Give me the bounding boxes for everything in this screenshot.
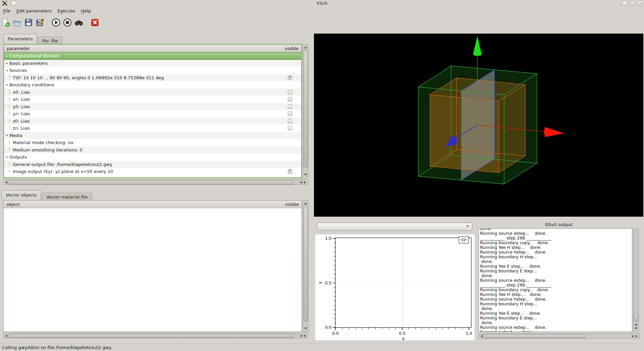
tree-row-label: x0: Liao (13, 90, 30, 95)
expander-closed-icon[interactable]: ▸ (5, 61, 9, 65)
tree-row-label: zn: Liao (13, 126, 30, 131)
new-file-button[interactable] (0, 17, 11, 28)
tree-horizontal-scrollbar[interactable] (3, 179, 308, 185)
tree-branch-line: ├ (8, 162, 13, 167)
3d-scene-view[interactable] (314, 34, 643, 217)
tree-row[interactable]: └Image output (Ey): yz plane at x=50 eve… (4, 168, 301, 175)
tab-parameters[interactable]: Parameters (3, 34, 37, 44)
console-line: Running boundary H step... (480, 255, 551, 259)
visible-checkbox[interactable] (288, 104, 292, 109)
console-line: Running Yee E step... done. (480, 264, 551, 269)
tree-row-label: Image output (Ey): yz plane at x=50 ever… (13, 169, 113, 174)
object-column-header[interactable]: object visible (4, 201, 302, 208)
find-button[interactable] (73, 17, 85, 28)
visible-checkbox[interactable] (288, 126, 292, 130)
tree-row[interactable]: ├General output file: /home/klapetek/out… (4, 161, 301, 168)
tree-row[interactable]: ▾Outputs (4, 153, 301, 161)
tree-row[interactable]: ├xn: Liao (4, 96, 301, 103)
graph: 0.00.51.00.00.51.0xy (315, 234, 475, 340)
visible-checkbox[interactable] (288, 112, 292, 116)
save-file-icon (24, 18, 33, 27)
column-object[interactable]: object (4, 202, 20, 207)
tree-row[interactable]: ├x0: Liao (4, 89, 301, 96)
tree-row[interactable]: ├yn: Liao (4, 110, 301, 118)
console-lines: done.Running source estep... done.______… (480, 228, 551, 332)
tree-row[interactable]: ▾Boundary conditions (4, 81, 301, 89)
3d-scene (314, 34, 643, 217)
menu-help[interactable]: Help (78, 7, 94, 15)
menu-edit-parameters[interactable]: Edit parameters (13, 7, 55, 15)
column-visible[interactable]: visible (285, 202, 299, 207)
tree-row-label: TSF: 10 10 10 ... 90 90 90, angles 0 1.0… (13, 75, 164, 80)
gsvit-output-console[interactable]: done.Running source estep... done.______… (479, 228, 632, 332)
tree-row[interactable]: ├y0: Liao (4, 103, 301, 111)
objects-vertical-scrollbar[interactable] (303, 200, 308, 332)
console-line: done. (480, 306, 551, 311)
expander-open-icon[interactable]: ▾ (5, 134, 9, 137)
console-line: Running boundary H step... (480, 302, 551, 306)
tree-row[interactable]: └Medium smoothing iterations: 0 (4, 146, 301, 154)
save-file-as-button[interactable] (34, 17, 46, 28)
stop-button[interactable] (62, 17, 73, 28)
console-vertical-scrollbar[interactable] (633, 228, 639, 332)
maximize-button[interactable]: ◇ (630, 0, 636, 6)
tree-row-label: Material mode checking: no (13, 140, 73, 145)
objects-horizontal-scrollbar[interactable] (3, 333, 308, 338)
minimize-button[interactable]: ⌄ (622, 0, 628, 6)
console-line: Running source hstep... done. (480, 297, 551, 302)
tree-row[interactable]: ▸Computational domain (4, 52, 301, 60)
column-visible[interactable]: visible (284, 46, 299, 51)
tree-branch-line: ├ (8, 112, 13, 116)
expander-open-icon[interactable]: ▾ (5, 69, 9, 72)
menu-bar: FileEdit parametersExecuteHelp (0, 6, 644, 15)
open-file-button[interactable] (11, 17, 23, 28)
x-tick-label: 0.0 (332, 331, 338, 336)
console-line: done. (480, 320, 551, 325)
tree-branch-line: ├ (8, 119, 13, 123)
expander-open-icon[interactable]: ▾ (5, 156, 9, 159)
tree-row[interactable]: └zn: Liao (4, 125, 301, 132)
visible-checkbox[interactable] (288, 119, 292, 123)
visible-checkbox[interactable] (288, 97, 292, 101)
tree-branch-line: └ (8, 75, 13, 80)
tree-vertical-scrollbar[interactable] (303, 44, 308, 178)
console-line: ____________ step 299 ____________ (480, 283, 551, 288)
close-button[interactable]: ✕ (638, 0, 643, 6)
tab-vector-objects[interactable]: Vector objects (1, 190, 41, 200)
status-text: Calling gwyddion on file /home/klapetek/… (2, 345, 112, 350)
tree-row[interactable]: ├z0: Liao (4, 118, 301, 125)
console-line: Running boundary E step... (480, 316, 551, 320)
x-tick-label: 1.0 (466, 331, 472, 336)
tree-row[interactable]: ▾Sources (4, 67, 301, 74)
x-tick-label: 0.5 (399, 331, 405, 336)
tree-row[interactable]: ▸Basic parameters (4, 60, 301, 67)
y-tick-label: 0.5 (325, 281, 331, 286)
visible-checkbox[interactable] (288, 169, 292, 174)
save-file-button[interactable] (23, 17, 34, 28)
new-file-icon (1, 18, 10, 27)
column-parameter[interactable]: parameter (4, 46, 30, 51)
console-line: Running Yee E step... done. (480, 311, 551, 316)
menu-file[interactable]: File (0, 7, 13, 15)
x-axis-label: x (402, 336, 405, 340)
legend-key-icon[interactable] (463, 239, 465, 241)
tree-row[interactable]: ▾Media (4, 132, 301, 139)
tree-column-header[interactable]: parameter visible (4, 45, 301, 52)
visible-checkbox[interactable] (288, 76, 292, 80)
console-horizontal-scrollbar[interactable] (479, 333, 640, 339)
graph-select-combobox[interactable] (317, 223, 472, 231)
expander-open-icon[interactable]: ▾ (5, 83, 9, 87)
quit-icon (91, 18, 99, 27)
tree-branch-line: ├ (8, 97, 13, 102)
tree-row-label: Outputs (9, 155, 27, 160)
run-button[interactable] (50, 17, 62, 28)
menu-execute[interactable]: Execute (55, 7, 78, 15)
tree-row[interactable]: └TSF: 10 10 10 ... 90 90 90, angles 0 1.… (4, 74, 301, 82)
expander-closed-icon[interactable]: ▸ (5, 54, 9, 58)
stop-icon (63, 18, 72, 27)
quit-button[interactable] (89, 17, 101, 28)
vector-objects-list: object visible (3, 200, 302, 332)
visible-checkbox[interactable] (288, 90, 292, 94)
tree-row[interactable]: ├Material mode checking: no (4, 139, 301, 146)
graph-panel[interactable]: 0.00.51.00.00.51.0xy (315, 234, 475, 340)
